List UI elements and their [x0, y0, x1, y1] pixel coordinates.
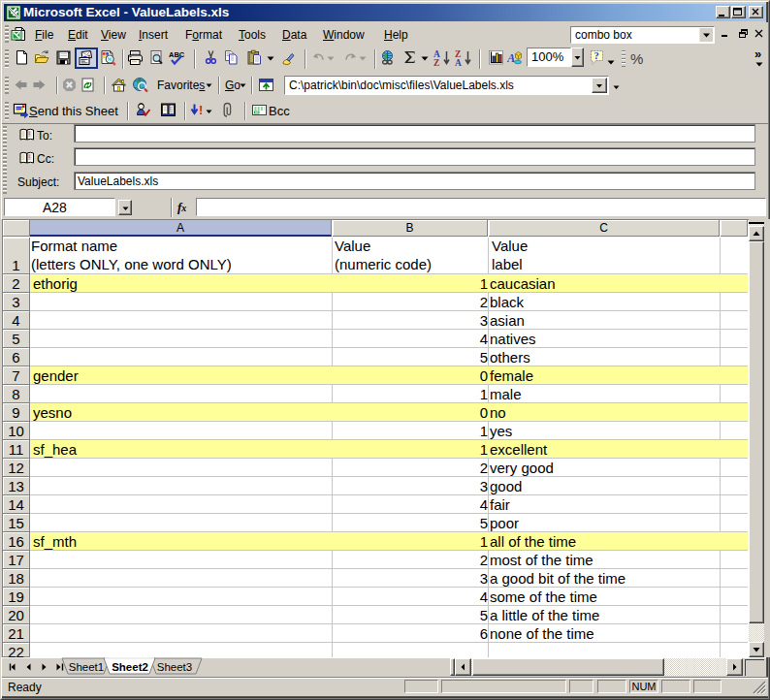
svg-text:ABC: ABC [169, 50, 185, 59]
svg-text:Z: Z [433, 58, 439, 67]
svg-text:!: ! [199, 103, 203, 117]
svg-text:Sheet1: Sheet1 [69, 661, 104, 673]
svg-text:?: ? [594, 50, 599, 61]
svg-text:A: A [507, 51, 515, 65]
svg-text:Sheet3: Sheet3 [157, 661, 192, 673]
svg-text:A: A [455, 58, 462, 67]
svg-text:Sheet2: Sheet2 [112, 661, 148, 673]
